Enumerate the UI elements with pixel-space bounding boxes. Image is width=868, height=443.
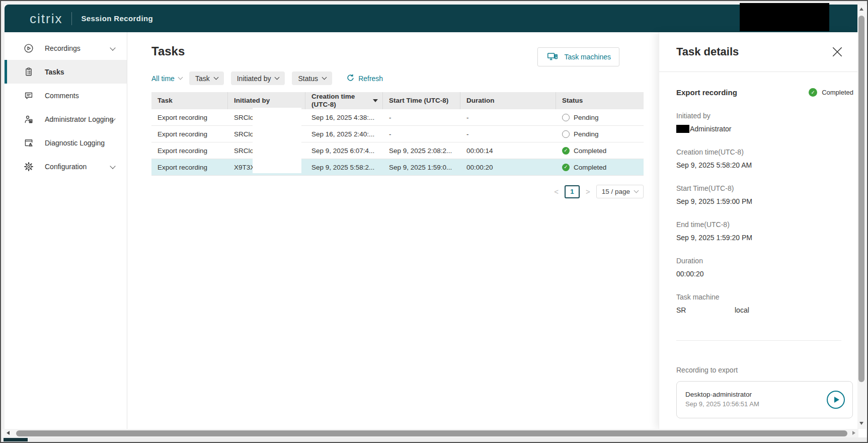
filters-bar: All time Task Initiated by Status Refres… bbox=[151, 71, 659, 85]
table-row-selected[interactable]: Export recording X9T3XY Sep 9, 2025 5:58… bbox=[151, 159, 644, 176]
field-end-time: End time(UTC-8) Sep 9, 2025 1:59:20 PM bbox=[676, 220, 841, 242]
chevron-down-icon bbox=[178, 75, 183, 80]
vertical-scrollbar[interactable] bbox=[857, 5, 866, 429]
column-header-duration[interactable]: Duration bbox=[460, 92, 556, 109]
page-size-select[interactable]: 15 / page bbox=[596, 185, 644, 198]
scroll-down-icon[interactable] bbox=[859, 422, 863, 425]
scroll-left-icon[interactable] bbox=[7, 431, 10, 435]
task-summary-row: Export recording Completed bbox=[676, 88, 853, 97]
sidebar-item-administrator-logging[interactable]: Administrator Logging bbox=[5, 107, 127, 131]
field-initiated-by: Initiated by Administrator bbox=[676, 112, 841, 133]
task-name: Export recording bbox=[676, 88, 737, 97]
initiated-by-filter[interactable]: Initiated by bbox=[231, 71, 285, 85]
citrix-logo: citrix bbox=[30, 12, 62, 25]
browser-window: citrix Session Recording Recordings Task… bbox=[0, 0, 868, 443]
section-divider bbox=[676, 340, 841, 341]
play-icon bbox=[834, 397, 839, 403]
recording-card[interactable]: Desktop·administrator Sep 9, 2025 10:56:… bbox=[676, 381, 853, 418]
field-creation-time: Creation time(UTC-8) Sep 9, 2025 5:58:20… bbox=[676, 148, 841, 169]
status-pending-icon bbox=[562, 130, 570, 138]
field-duration: Duration 00:00:20 bbox=[676, 257, 841, 278]
scroll-right-icon[interactable] bbox=[852, 431, 855, 435]
refresh-button[interactable]: Refresh bbox=[343, 73, 386, 83]
task-machines-button[interactable]: Task machines bbox=[537, 47, 619, 66]
table-row[interactable]: Export recording SRClou Sep 16, 2025 4:3… bbox=[151, 109, 644, 126]
panel-title: Task details bbox=[676, 45, 739, 58]
bottom-left-accent bbox=[4, 438, 28, 441]
sidebar: Recordings Tasks Comments Administrator … bbox=[5, 32, 127, 429]
horizontal-scrollbar-thumb[interactable] bbox=[16, 430, 847, 436]
current-page-button[interactable]: 1 bbox=[565, 185, 580, 198]
task-machines-icon bbox=[546, 51, 559, 63]
column-header-task[interactable]: Task bbox=[151, 92, 228, 109]
column-header-status[interactable]: Status bbox=[556, 92, 644, 109]
status-label: Pending bbox=[574, 114, 599, 121]
sidebar-item-label: Tasks bbox=[45, 68, 64, 76]
horizontal-scrollbar[interactable] bbox=[2, 429, 858, 437]
sidebar-item-comments[interactable]: Comments bbox=[5, 84, 127, 107]
task-filter[interactable]: Task bbox=[189, 71, 224, 85]
sidebar-item-diagnostic-logging[interactable]: Diagnostic Logging bbox=[5, 131, 127, 155]
vertical-scrollbar-thumb[interactable] bbox=[858, 16, 864, 382]
comment-icon bbox=[23, 90, 35, 102]
admin-logging-icon bbox=[23, 113, 35, 125]
tasks-table: Task Initiated by Creation time (UTC-8) … bbox=[151, 92, 644, 176]
close-icon[interactable] bbox=[830, 45, 844, 59]
recording-name: Desktop·administrator bbox=[685, 391, 768, 398]
table-header-row: Task Initiated by Creation time (UTC-8) … bbox=[151, 92, 644, 109]
pagination: < 1 > 15 / page bbox=[151, 185, 644, 198]
column-header-initiated-by[interactable]: Initiated by bbox=[228, 92, 305, 109]
sidebar-item-label: Configuration bbox=[45, 163, 87, 171]
sidebar-item-label: Recordings bbox=[45, 44, 81, 52]
chevron-down-icon bbox=[634, 188, 639, 193]
task-details-panel: Task details Export recording Completed … bbox=[659, 32, 858, 429]
table-row[interactable]: Export recording SRClou Sep 9, 2025 6:07… bbox=[151, 142, 644, 159]
field-task-machine: Task machine SRlocal bbox=[676, 293, 841, 314]
chevron-down-icon bbox=[322, 75, 327, 80]
status-filter[interactable]: Status bbox=[292, 71, 332, 85]
column-header-start-time[interactable]: Start Time (UTC-8) bbox=[383, 92, 460, 109]
main-content: Tasks Task machines All time Task Initia… bbox=[127, 32, 659, 429]
chevron-down-icon bbox=[213, 75, 218, 80]
sidebar-item-recordings[interactable]: Recordings bbox=[5, 36, 127, 60]
chevron-down-icon bbox=[110, 45, 115, 50]
diagnostic-warning-icon bbox=[23, 137, 35, 149]
chevron-down-icon bbox=[275, 75, 280, 80]
sidebar-item-label: Comments bbox=[45, 92, 79, 100]
clipboard-icon bbox=[23, 66, 35, 78]
panel-header: Task details bbox=[659, 32, 858, 72]
column-header-creation-time[interactable]: Creation time (UTC-8) bbox=[305, 92, 383, 109]
play-circle-icon bbox=[23, 42, 35, 54]
brand-divider bbox=[71, 12, 72, 25]
scroll-up-icon[interactable] bbox=[859, 8, 863, 11]
sidebar-item-label: Diagnostic Logging bbox=[45, 139, 105, 147]
status-completed-icon bbox=[562, 164, 570, 171]
table-row[interactable]: Export recording SRClou Sep 16, 2025 2:4… bbox=[151, 126, 644, 142]
refresh-label: Refresh bbox=[358, 75, 383, 83]
task-machines-label: Task machines bbox=[564, 53, 611, 61]
status-pending-icon bbox=[562, 114, 570, 121]
window-frame-bottom bbox=[1, 437, 867, 442]
status-label: Completed bbox=[574, 147, 606, 155]
status-label: Completed bbox=[822, 89, 853, 96]
redaction-box-table bbox=[253, 108, 301, 173]
redaction-box-user bbox=[676, 125, 689, 133]
recording-timestamp: Sep 9, 2025 10:56:51 AM bbox=[685, 400, 768, 409]
recording-to-export-label: Recording to export bbox=[676, 366, 841, 374]
sidebar-item-tasks[interactable]: Tasks bbox=[5, 60, 127, 84]
status-badge: Completed bbox=[809, 88, 853, 97]
time-range-filter[interactable]: All time bbox=[151, 75, 182, 83]
refresh-icon bbox=[346, 74, 355, 83]
next-page-button[interactable]: > bbox=[585, 187, 591, 196]
previous-page-button[interactable]: < bbox=[553, 187, 560, 196]
panel-body: Export recording Completed Initiated by … bbox=[659, 88, 858, 418]
sidebar-item-configuration[interactable]: Configuration bbox=[5, 155, 127, 178]
app-header: citrix Session Recording bbox=[5, 5, 858, 32]
product-title: Session Recording bbox=[81, 14, 153, 23]
status-completed-icon bbox=[562, 147, 570, 155]
play-button[interactable] bbox=[827, 391, 845, 409]
gear-icon bbox=[23, 161, 35, 173]
window-frame-left bbox=[1, 1, 5, 437]
sidebar-item-label: Administrator Logging bbox=[45, 115, 113, 123]
window-frame-top bbox=[1, 1, 867, 5]
